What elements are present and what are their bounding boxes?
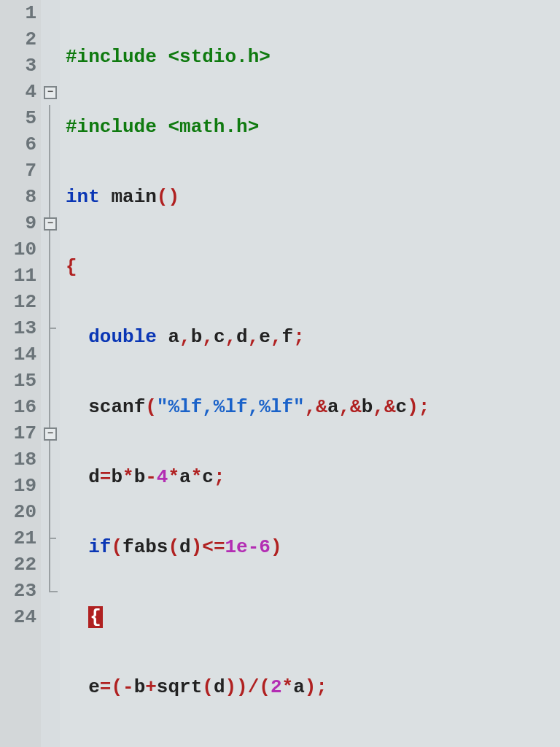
code-line[interactable]: double a,b,c,d,e,f; [66, 324, 560, 350]
code-line[interactable]: { [66, 604, 560, 630]
line-number: 2 [0, 26, 36, 53]
code-line[interactable]: { [66, 254, 560, 280]
line-number-gutter: 1 2 3 4 5 6 7 8 9 10 11 12 13 14 15 16 1… [0, 0, 41, 747]
code-line[interactable]: if(fabs(d)<=1e-6) [66, 534, 560, 560]
line-number: 10 [0, 236, 36, 263]
fold-gutter: − − − [41, 0, 60, 747]
line-number: 21 [0, 525, 36, 551]
line-number: 9 [0, 210, 36, 236]
code-area[interactable]: #include <stdio.h> #include <math.h> int… [60, 0, 560, 747]
code-editor[interactable]: 1 2 3 4 5 6 7 8 9 10 11 12 13 14 15 16 1… [0, 0, 560, 747]
line-number: 15 [0, 368, 36, 394]
fold-toggle-icon[interactable]: − [44, 217, 57, 231]
code-line[interactable]: f=(-b-sqrt(d))/(2*a); [66, 744, 560, 747]
line-number: 14 [0, 341, 36, 368]
line-number: 13 [0, 315, 36, 341]
line-number: 11 [0, 263, 36, 289]
line-number: 12 [0, 289, 36, 315]
line-number: 24 [0, 604, 36, 630]
code-line[interactable]: e=(-b+sqrt(d))/(2*a); [66, 674, 560, 700]
line-number: 17 [0, 420, 36, 446]
line-number: 5 [0, 105, 36, 131]
line-number: 1 [0, 0, 36, 26]
line-number: 16 [0, 394, 36, 420]
line-number: 7 [0, 158, 36, 184]
line-number: 8 [0, 184, 36, 210]
line-number: 6 [0, 131, 36, 158]
code-line[interactable]: scanf("%lf,%lf,%lf",&a,&b,&c); [66, 394, 560, 420]
line-number: 20 [0, 499, 36, 525]
code-line[interactable]: int main() [66, 184, 560, 210]
line-number: 4 [0, 79, 36, 105]
fold-toggle-icon[interactable]: − [44, 86, 57, 99]
code-line[interactable]: #include <stdio.h> [66, 44, 560, 70]
code-line[interactable]: #include <math.h> [66, 114, 560, 140]
line-number: 23 [0, 578, 36, 604]
line-number: 3 [0, 53, 36, 79]
line-number: 19 [0, 473, 36, 499]
fold-toggle-icon[interactable]: − [44, 427, 57, 441]
line-number: 18 [0, 446, 36, 473]
code-line[interactable]: d=b*b-4*a*c; [66, 464, 560, 490]
line-number: 22 [0, 551, 36, 578]
